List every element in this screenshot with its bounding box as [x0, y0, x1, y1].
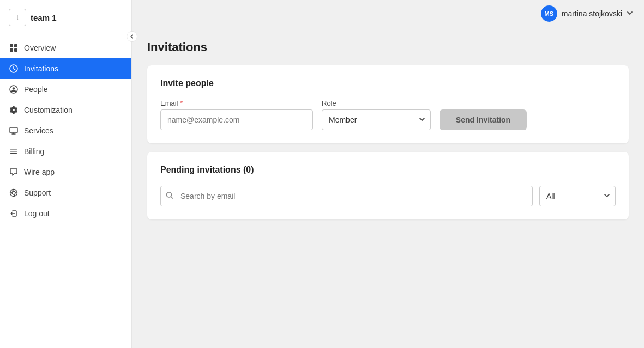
sidebar-label: Support — [24, 188, 51, 197]
chat-icon — [9, 167, 19, 177]
clock-circle-icon — [9, 64, 19, 74]
invite-form-row: Email * Role Member Admin Owner — [160, 99, 616, 130]
grid-icon — [9, 43, 19, 53]
svg-rect-1 — [14, 44, 17, 47]
main-area: MS martina stojkovski Invitations Invite… — [132, 0, 644, 348]
avatar: MS — [541, 5, 557, 22]
filter-select[interactable]: All Pending Accepted — [539, 186, 616, 206]
sidebar-item-overview[interactable]: Overview — [0, 38, 131, 58]
logo-box[interactable]: t — [9, 9, 26, 26]
svg-point-12 — [12, 191, 15, 194]
search-by-email-input[interactable] — [160, 186, 533, 206]
sidebar-item-logout[interactable]: Log out — [0, 203, 131, 224]
sidebar: t team 1 Overview Invitations People — [0, 0, 132, 348]
sidebar-label: Services — [24, 126, 53, 135]
sidebar-nav: Overview Invitations People Customizatio… — [0, 33, 131, 348]
sidebar-label: Invitations — [24, 64, 58, 73]
chevron-down-icon — [627, 9, 633, 18]
sidebar-header: t team 1 — [0, 0, 131, 33]
sidebar-logo: t team 1 — [9, 9, 123, 26]
sidebar-item-wire-app[interactable]: Wire app — [0, 162, 131, 182]
svg-rect-3 — [14, 48, 17, 52]
topbar: MS martina stojkovski — [132, 0, 644, 27]
search-filter-row: All Pending Accepted — [160, 186, 616, 206]
search-icon — [166, 192, 173, 201]
svg-rect-8 — [10, 149, 17, 150]
sidebar-item-people[interactable]: People — [0, 79, 131, 100]
sidebar-item-billing[interactable]: Billing — [0, 141, 131, 162]
email-input[interactable] — [160, 109, 313, 130]
role-select-wrapper: Member Admin Owner — [322, 109, 431, 130]
role-form-group: Role Member Admin Owner — [322, 99, 431, 130]
gear-icon — [9, 105, 19, 115]
svg-rect-7 — [10, 127, 17, 133]
invite-people-card: Invite people Email * Role Member Admin — [147, 65, 629, 143]
monitor-icon — [9, 126, 19, 136]
sidebar-item-services[interactable]: Services — [0, 120, 131, 141]
page-title: Invitations — [147, 40, 629, 54]
team-name: team 1 — [31, 13, 57, 22]
svg-point-17 — [167, 192, 172, 197]
svg-rect-10 — [10, 153, 17, 154]
user-menu[interactable]: MS martina stojkovski — [541, 5, 633, 22]
send-invitation-button[interactable]: Send Invitation — [440, 109, 527, 130]
sidebar-label: Overview — [24, 44, 56, 52]
svg-rect-2 — [10, 48, 13, 52]
required-star: * — [180, 99, 183, 107]
sidebar-item-invitations[interactable]: Invitations — [0, 58, 131, 79]
list-icon — [9, 146, 19, 156]
sidebar-label: Wire app — [24, 168, 55, 176]
sidebar-label: Customization — [24, 106, 73, 114]
pending-invitations-title: Pending invitations (0) — [160, 165, 616, 175]
sidebar-item-customization[interactable]: Customization — [0, 100, 131, 120]
search-wrapper — [160, 186, 533, 206]
collapse-sidebar-button[interactable] — [127, 31, 137, 42]
role-select[interactable]: Member Admin Owner — [322, 109, 431, 130]
role-label: Role — [322, 99, 431, 107]
svg-rect-0 — [10, 44, 13, 47]
invite-people-title: Invite people — [160, 78, 616, 88]
filter-select-wrapper: All Pending Accepted — [539, 186, 616, 206]
sidebar-label: Billing — [24, 147, 44, 156]
page-content: Invitations Invite people Email * Role M… — [132, 27, 644, 348]
sidebar-item-support[interactable]: Support — [0, 182, 131, 203]
sidebar-label: People — [24, 85, 48, 94]
pending-invitations-card: Pending invitations (0) All Pending — [147, 152, 629, 219]
sidebar-label: Log out — [24, 209, 50, 218]
email-form-group: Email * — [160, 99, 313, 130]
support-icon — [9, 188, 19, 198]
user-name: martina stojkovski — [562, 9, 622, 18]
person-circle-icon — [9, 84, 19, 94]
exit-icon — [9, 209, 19, 218]
email-label: Email * — [160, 99, 313, 107]
svg-point-6 — [13, 87, 15, 89]
svg-rect-9 — [10, 151, 17, 152]
